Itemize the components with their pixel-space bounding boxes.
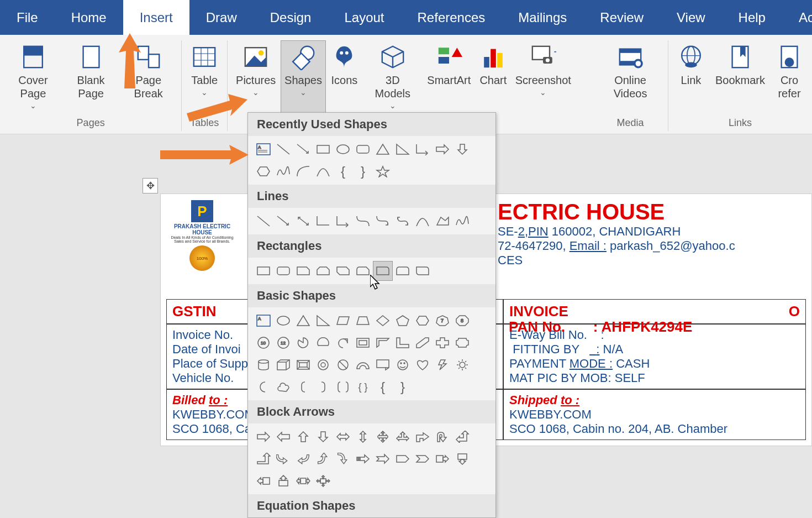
cross-reference-button[interactable]: Crorefer [771, 40, 808, 115]
link-button[interactable]: Link [673, 40, 709, 115]
shape-rectangle[interactable] [313, 139, 333, 159]
basic-donut[interactable] [313, 355, 333, 375]
shape-scribble[interactable] [273, 161, 293, 181]
basic-decagon[interactable]: 10 [254, 333, 273, 353]
arrow-callout-quad[interactable] [313, 471, 333, 491]
basic-trapezoid[interactable] [353, 311, 373, 331]
tab-help[interactable]: Help [722, 0, 782, 35]
line-freeform[interactable] [433, 211, 452, 231]
shape-rounded-rect[interactable] [353, 139, 373, 159]
basic-diamond[interactable] [373, 311, 393, 331]
basic-plaque[interactable] [452, 333, 472, 353]
rect-round-diag[interactable] [413, 261, 433, 281]
tab-layout[interactable]: Layout [328, 0, 400, 35]
basic-triangle[interactable] [293, 311, 313, 331]
basic-cloud[interactable] [273, 377, 293, 397]
arrow-callout-up[interactable] [273, 471, 293, 491]
bookmark-button[interactable]: Bookmark [710, 40, 770, 115]
table-move-handle[interactable]: ✥ [143, 178, 158, 193]
tab-review[interactable]: Review [583, 0, 660, 35]
arrow-up[interactable] [293, 427, 313, 447]
tab-home[interactable]: Home [55, 0, 123, 35]
tab-view[interactable]: View [660, 0, 722, 35]
arrow-pentagon[interactable] [393, 449, 413, 469]
arrow-curved-right[interactable] [273, 449, 293, 469]
arrow-chevron[interactable] [413, 449, 433, 469]
shape-oval[interactable] [333, 139, 353, 159]
line-plain[interactable] [254, 211, 273, 231]
arrow-curved-up[interactable] [313, 449, 333, 469]
basic-bevel[interactable] [293, 355, 313, 375]
arrow-down[interactable] [313, 427, 333, 447]
rect-snip2[interactable] [313, 261, 333, 281]
arrow-striped[interactable] [353, 449, 373, 469]
arrow-callout-left[interactable] [254, 471, 273, 491]
line-elbow-arrow[interactable] [333, 211, 353, 231]
basic-frame[interactable] [353, 333, 373, 353]
basic-doublebracket[interactable] [333, 377, 353, 397]
basic-lightning[interactable] [433, 355, 452, 375]
shape-left-brace[interactable]: { [333, 161, 353, 181]
arrow-leftright[interactable] [333, 427, 353, 447]
basic-cube[interactable] [273, 355, 293, 375]
shape-arc[interactable] [293, 161, 313, 181]
basic-rtriangle[interactable] [313, 311, 333, 331]
tab-draw[interactable]: Draw [189, 0, 254, 35]
cover-page-button[interactable]: Cover Page ⌄ [4, 40, 62, 115]
3d-models-button[interactable]: 3D Models ⌄ [363, 40, 423, 115]
tab-mailings[interactable]: Mailings [502, 0, 583, 35]
line-curved-arrow[interactable] [373, 211, 393, 231]
shape-textbox[interactable]: A [254, 139, 273, 159]
basic-textbox[interactable]: A [254, 311, 273, 331]
basic-moon[interactable] [254, 377, 273, 397]
basic-lbracket[interactable] [293, 377, 313, 397]
basic-lbrace[interactable]: { [373, 377, 393, 397]
shapes-button[interactable]: Shapes ⌄ [281, 40, 326, 115]
basic-octagon[interactable]: 8 [452, 311, 472, 331]
arrow-curved-down[interactable] [333, 449, 353, 469]
rect-snip-diag[interactable] [333, 261, 353, 281]
basic-heart[interactable] [413, 355, 433, 375]
basic-pentagon[interactable] [393, 311, 413, 331]
arrow-callout-right[interactable] [433, 449, 452, 469]
arrow-callout-down[interactable] [452, 449, 472, 469]
basic-heptagon[interactable]: 7 [433, 311, 452, 331]
arrow-bent[interactable] [413, 427, 433, 447]
arrow-quad[interactable] [373, 427, 393, 447]
shape-star[interactable] [373, 161, 393, 181]
shape-line[interactable] [273, 139, 293, 159]
arrow-right[interactable] [254, 427, 273, 447]
rect-round2[interactable] [393, 261, 413, 281]
shape-right-brace[interactable]: } [353, 161, 373, 181]
blank-page-button[interactable]: Blank Page [63, 40, 119, 115]
basic-can[interactable] [254, 355, 273, 375]
shape-right-arrow[interactable] [433, 139, 452, 159]
basic-hexagon[interactable] [413, 311, 433, 331]
arrow-left[interactable] [273, 427, 293, 447]
arrow-leftrightup[interactable] [393, 427, 413, 447]
line-elbow[interactable] [313, 211, 333, 231]
rect-rounded[interactable] [273, 261, 293, 281]
basic-chord[interactable] [313, 333, 333, 353]
rect-plain[interactable] [254, 261, 273, 281]
basic-blockarc[interactable] [353, 355, 373, 375]
smartart-button[interactable]: SmartArt [424, 40, 474, 115]
shape-right-triangle[interactable] [393, 139, 413, 159]
tab-acrobat[interactable]: Acrobat [782, 0, 812, 35]
arrow-updown[interactable] [353, 427, 373, 447]
line-scribble[interactable] [452, 211, 472, 231]
basic-nosymbol[interactable] [333, 355, 353, 375]
basic-pie[interactable] [293, 333, 313, 353]
basic-halfframe[interactable] [373, 333, 393, 353]
basic-rbracket[interactable] [313, 377, 333, 397]
line-curved-double[interactable] [393, 211, 413, 231]
line-double-arrow[interactable] [293, 211, 313, 231]
basic-doublebrace[interactable]: { } [353, 377, 373, 397]
shape-hexagon[interactable] [254, 161, 273, 181]
chart-button[interactable]: Chart [476, 40, 511, 115]
basic-smiley[interactable] [393, 355, 413, 375]
basic-oval[interactable] [273, 311, 293, 331]
shape-line-arrow[interactable] [293, 139, 313, 159]
arrow-curved-left[interactable] [293, 449, 313, 469]
basic-rbrace[interactable]: } [393, 377, 413, 397]
